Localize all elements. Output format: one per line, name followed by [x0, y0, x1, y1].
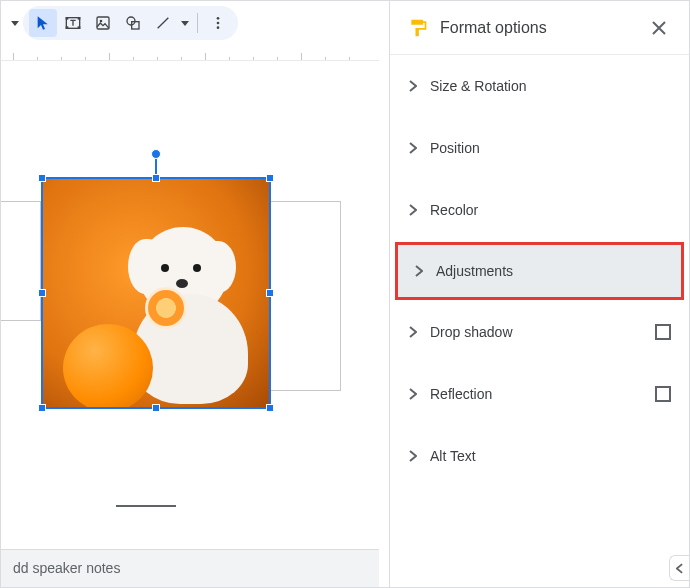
svg-rect-3: [66, 26, 69, 29]
textbox-tool[interactable]: [59, 9, 87, 37]
section-recolor[interactable]: Recolor: [390, 179, 689, 241]
resize-handle-bl[interactable]: [38, 404, 46, 412]
drop-shadow-checkbox[interactable]: [655, 324, 671, 340]
format-options-panel: Format options Size & Rotation Position …: [389, 1, 689, 587]
close-panel-button[interactable]: [647, 16, 671, 40]
resize-handle-bm[interactable]: [152, 404, 160, 412]
svg-rect-2: [78, 17, 81, 20]
image-icon: [95, 15, 111, 31]
cursor-icon: [35, 15, 51, 31]
chevron-right-icon: [415, 265, 423, 277]
svg-point-6: [100, 20, 103, 23]
section-size-rotation[interactable]: Size & Rotation: [390, 55, 689, 117]
svg-rect-1: [66, 17, 69, 20]
horizontal-ruler[interactable]: [1, 45, 379, 61]
resize-handle-ml[interactable]: [38, 289, 46, 297]
svg-rect-4: [78, 26, 81, 29]
image-content: [43, 179, 269, 407]
section-adjustments[interactable]: Adjustments: [396, 243, 683, 299]
section-label: Size & Rotation: [426, 78, 671, 94]
toolbar-leading-dropdown[interactable]: [9, 9, 21, 37]
chevron-right-icon: [409, 142, 417, 154]
textbox-icon: [65, 15, 81, 31]
svg-point-11: [217, 26, 220, 29]
resize-handle-tm[interactable]: [152, 174, 160, 182]
rotation-handle-line: [155, 157, 157, 175]
section-position[interactable]: Position: [390, 117, 689, 179]
line-tool-dropdown[interactable]: [179, 9, 191, 37]
slide-canvas[interactable]: [1, 61, 379, 587]
more-tools[interactable]: [204, 9, 232, 37]
close-icon: [652, 21, 666, 35]
section-label: Adjustments: [432, 263, 665, 279]
resize-handle-tl[interactable]: [38, 174, 46, 182]
speaker-notes[interactable]: dd speaker notes: [1, 549, 379, 587]
panel-header: Format options: [390, 1, 689, 55]
panel-title: Format options: [440, 19, 647, 37]
resize-handle-br[interactable]: [266, 404, 274, 412]
caret-down-icon: [11, 21, 19, 26]
rotation-handle[interactable]: [151, 149, 161, 159]
line-tool[interactable]: [149, 9, 177, 37]
resize-handle-mr[interactable]: [266, 289, 274, 297]
section-label: Alt Text: [426, 448, 671, 464]
svg-point-9: [217, 17, 220, 20]
line-icon: [155, 15, 171, 31]
section-label: Drop shadow: [426, 324, 655, 340]
section-label: Position: [426, 140, 671, 156]
shape-tool[interactable]: [119, 9, 147, 37]
more-vert-icon: [210, 15, 226, 31]
section-drop-shadow[interactable]: Drop shadow: [390, 301, 689, 363]
chevron-left-icon: [676, 563, 683, 574]
chevron-right-icon: [409, 326, 417, 338]
chevron-right-icon: [409, 450, 417, 462]
selected-image[interactable]: [41, 177, 271, 409]
section-label: Recolor: [426, 202, 671, 218]
section-alt-text[interactable]: Alt Text: [390, 425, 689, 487]
chevron-right-icon: [409, 204, 417, 216]
toolbar-group: [23, 6, 238, 40]
shape-icon: [125, 15, 141, 31]
insert-image-tool[interactable]: [89, 9, 117, 37]
resize-handle-tr[interactable]: [266, 174, 274, 182]
reflection-checkbox[interactable]: [655, 386, 671, 402]
show-side-panel-tab[interactable]: [669, 555, 689, 581]
caret-down-icon: [181, 21, 189, 26]
chevron-right-icon: [409, 80, 417, 92]
svg-point-10: [217, 22, 220, 25]
select-tool[interactable]: [29, 9, 57, 37]
speaker-notes-placeholder: dd speaker notes: [13, 560, 120, 576]
svg-rect-8: [132, 22, 139, 29]
text-placeholder[interactable]: [0, 201, 41, 321]
section-reflection[interactable]: Reflection: [390, 363, 689, 425]
section-label: Reflection: [426, 386, 655, 402]
format-paint-icon: [408, 18, 428, 38]
page-divider: [116, 505, 176, 507]
toolbar-divider: [197, 13, 198, 33]
chevron-right-icon: [409, 388, 417, 400]
